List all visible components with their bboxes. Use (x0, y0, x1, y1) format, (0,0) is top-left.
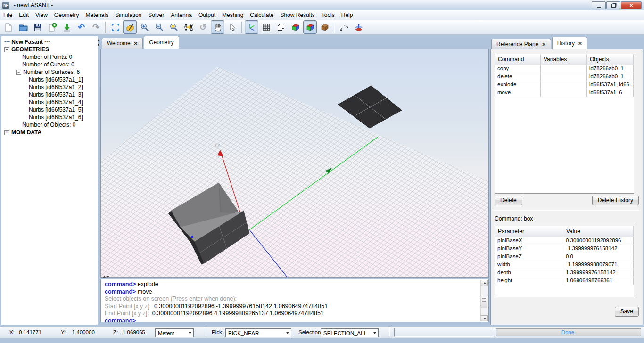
tab-welcome[interactable]: Welcome✕ (102, 38, 143, 49)
fit-view-button[interactable] (108, 20, 122, 34)
tree-nurbs-6[interactable]: Nurbs [id66f537a1_6] (1, 114, 98, 121)
orbit-view-button[interactable] (123, 20, 137, 34)
tree-nurbs-4[interactable]: Nurbs [id66f537a1_4] (1, 98, 98, 106)
tree-nurbs-1[interactable]: Nurbs [id66f537a1_1] (1, 76, 98, 83)
scrollbar-thumb[interactable] (481, 297, 487, 308)
save-button[interactable]: Save (615, 307, 639, 317)
rotate-view-button[interactable]: ↺ (196, 20, 210, 34)
units-dropdown[interactable]: Meters (155, 328, 194, 337)
param-row-height[interactable]: height1.06906498769361 (495, 277, 634, 285)
collapse-icon[interactable]: − (16, 70, 21, 75)
geometry-tree-panel: --- New Fasant --- −GEOMETRIES Number of… (1, 36, 98, 325)
tab-history[interactable]: History✕ (552, 37, 587, 49)
redo-button[interactable]: ↷ (89, 20, 103, 34)
save-button[interactable] (31, 20, 44, 34)
menu-antenna[interactable]: Antenna (167, 11, 195, 19)
param-row-depth[interactable]: depth1.399999976158142 (495, 269, 634, 277)
menu-solver[interactable]: Solver (145, 11, 167, 19)
zoom-in-button[interactable] (138, 20, 151, 34)
selection-dropdown[interactable]: SELECTION_ALL (321, 328, 379, 337)
close-tab-icon[interactable]: ✕ (578, 41, 582, 46)
close-tab-icon[interactable]: ✕ (134, 41, 138, 46)
param-row-pinibasey[interactable]: pIniBaseY-1.399999976158142 (495, 245, 634, 253)
delete-button[interactable]: Delete (495, 196, 522, 205)
progress-bar: Done. (496, 328, 641, 336)
surface-normals-button[interactable] (352, 20, 365, 34)
history-row-explode[interactable]: explodeid66f537a1, id66... (495, 81, 634, 89)
shaded-view-button[interactable] (289, 20, 302, 34)
menu-geometry[interactable]: Geometry (51, 11, 83, 19)
command-console[interactable]: command> explode command> move Select ob… (100, 279, 489, 322)
tab-geometry[interactable]: Geometry (144, 36, 179, 49)
tree-geometries[interactable]: −GEOMETRIES (1, 46, 98, 53)
chevron-down-icon (286, 332, 289, 334)
menu-help[interactable]: Help (338, 11, 356, 19)
open-button[interactable] (16, 20, 30, 34)
menu-show-results[interactable]: Show Results (277, 11, 318, 19)
menu-materials[interactable]: Materials (83, 11, 112, 19)
minimize-icon (597, 7, 601, 8)
collapse-icon[interactable]: − (4, 47, 9, 52)
axes-button[interactable] (245, 20, 258, 34)
wireframe-view-button[interactable] (274, 20, 288, 34)
zoom-selected-icon (184, 23, 193, 32)
geometry-viewport[interactable]: +Z (100, 49, 489, 278)
undo-button[interactable]: ↶ (74, 20, 88, 34)
param-row-pinibasez[interactable]: pIniBaseZ0.0 (495, 253, 634, 261)
menu-file[interactable]: File (0, 11, 16, 19)
splitter-handle[interactable] (103, 276, 109, 278)
menu-tools[interactable]: Tools (318, 11, 338, 19)
scroll-down-button[interactable] (481, 315, 488, 321)
add-page-icon (48, 23, 57, 32)
new-file-button[interactable] (1, 20, 15, 34)
tree-number-of-surfaces[interactable]: −Number of Surfaces: 6 (1, 68, 98, 76)
menu-meshing[interactable]: Meshing (219, 11, 247, 19)
import-button[interactable] (60, 20, 74, 34)
parameter-table-header[interactable]: Parameter Value (495, 226, 634, 237)
history-row-move[interactable]: moveid66f537a1_6 (495, 89, 634, 97)
menu-output[interactable]: Output (195, 11, 219, 19)
console-scrollbar[interactable] (480, 280, 488, 321)
history-table[interactable]: Command Variables Objects boxid66f537a1 … (495, 54, 634, 194)
parameter-table[interactable]: Parameter Value pIniBaseX0.3000000119209… (495, 226, 634, 297)
scroll-up-button[interactable] (481, 280, 488, 286)
curve-tool-button[interactable] (337, 20, 351, 34)
restore-button[interactable] (606, 1, 620, 9)
solid-view-button[interactable] (303, 20, 317, 34)
title-bar: nF - newFASANT - ✕ (0, 0, 644, 11)
grid-button[interactable] (259, 20, 273, 34)
textured-view-button[interactable] (318, 20, 331, 34)
param-row-width[interactable]: width-1.199999988079071 (495, 261, 634, 269)
menu-edit[interactable]: Edit (16, 11, 32, 19)
menu-bar: File Edit View Geometry Materials Simula… (0, 10, 644, 20)
close-tab-icon[interactable]: ✕ (542, 42, 545, 47)
pan-button[interactable] (211, 20, 224, 34)
tree-nurbs-5[interactable]: Nurbs [id66f537a1_5] (1, 106, 98, 114)
minimize-button[interactable] (592, 1, 606, 9)
tree-number-of-objects[interactable]: Number of Objects: 0 (1, 121, 98, 129)
console-prompt-line[interactable]: command> (105, 318, 479, 323)
tree-nurbs-3[interactable]: Nurbs [id66f537a1_3] (1, 91, 98, 98)
menu-simulation[interactable]: Simulation (112, 11, 145, 19)
select-button[interactable] (225, 20, 239, 34)
delete-history-button[interactable]: Delete History (592, 196, 639, 205)
history-row-delete[interactable]: deleteid78266ab0_1 (495, 73, 634, 81)
history-row-copy[interactable]: copyid78266ab0_1 (495, 65, 634, 73)
param-row-pinibasex[interactable]: pIniBaseX0.30000001192092896 (495, 237, 634, 245)
tree-number-of-points[interactable]: Number of Points: 0 (1, 53, 98, 61)
tab-reference-plane[interactable]: Reference Plane✕ (491, 39, 551, 49)
add-page-button[interactable] (45, 20, 59, 34)
zoom-out-button[interactable] (152, 20, 166, 34)
history-table-header[interactable]: Command Variables Objects (495, 54, 634, 65)
expand-icon[interactable]: + (4, 130, 9, 135)
zoom-window-button[interactable] (167, 20, 181, 34)
tree-number-of-curves[interactable]: Number of Curves: 0 (1, 61, 98, 68)
tree-nurbs-2[interactable]: Nurbs [id66f537a1_2] (1, 83, 98, 91)
tree-mom-data[interactable]: +MOM DATA (1, 129, 98, 136)
menu-calculate[interactable]: Calculate (247, 11, 277, 19)
app-icon: nF (2, 2, 9, 9)
close-button[interactable]: ✕ (621, 1, 642, 9)
menu-view[interactable]: View (32, 11, 51, 19)
pick-dropdown[interactable]: PICK_NEAR (225, 328, 291, 337)
zoom-selected-button[interactable] (182, 20, 195, 34)
